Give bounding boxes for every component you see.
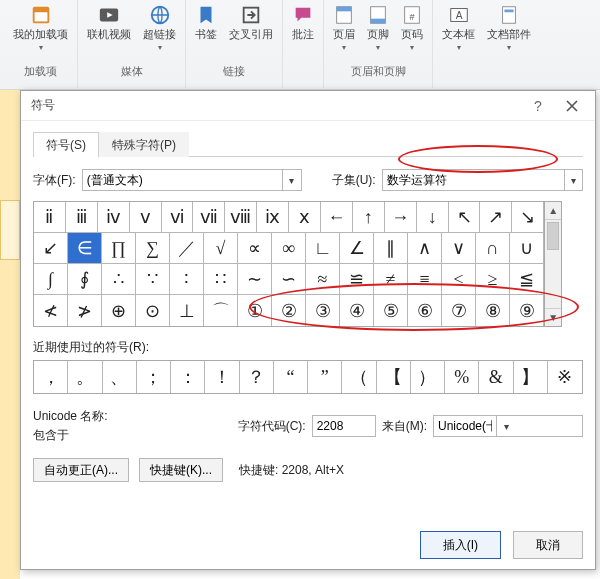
from-input[interactable]	[434, 419, 496, 433]
symbol-cell[interactable]: ∨	[442, 233, 476, 264]
font-combo[interactable]: ▾	[82, 169, 302, 191]
symbol-cell[interactable]: ≦	[510, 264, 544, 295]
ribbon-hyperlink[interactable]: 超链接 ▾	[140, 2, 179, 56]
symbol-cell[interactable]: ↖	[449, 202, 481, 233]
symbol-cell[interactable]: ↑	[353, 202, 385, 233]
chevron-down-icon[interactable]: ▾	[282, 170, 300, 190]
symbol-cell[interactable]: ③	[306, 295, 340, 326]
symbol-cell[interactable]: ←	[321, 202, 353, 233]
symbol-cell[interactable]: ∏	[102, 233, 136, 264]
symbol-cell[interactable]: ∈	[68, 233, 102, 264]
symbol-cell[interactable]: ↘	[512, 202, 544, 233]
symbol-cell[interactable]: ⅴ	[130, 202, 162, 233]
chevron-down-icon[interactable]: ▾	[496, 416, 516, 436]
dialog-close-button[interactable]	[555, 93, 589, 119]
tab-special-chars[interactable]: 特殊字符(P)	[99, 132, 189, 157]
symbol-cell[interactable]: ∝	[238, 233, 272, 264]
symbol-cell[interactable]: ≥	[476, 264, 510, 295]
symbol-cell[interactable]: ≌	[340, 264, 374, 295]
ribbon-textbox[interactable]: A 文本框▾	[439, 2, 478, 56]
symbol-cell[interactable]: ≤	[442, 264, 476, 295]
subset-input[interactable]	[383, 173, 564, 187]
symbol-cell[interactable]: ∼	[238, 264, 272, 295]
symbol-cell[interactable]: ⌒	[204, 295, 238, 326]
symbol-cell[interactable]: →	[385, 202, 417, 233]
symbol-cell[interactable]: ∶	[170, 264, 204, 295]
ribbon-my-addins[interactable]: 我的加载项 ▾	[10, 2, 71, 56]
recent-symbol-cell[interactable]: %	[445, 361, 479, 393]
char-code-input[interactable]	[313, 419, 375, 433]
symbol-cell[interactable]: ≈	[306, 264, 340, 295]
ribbon-docparts[interactable]: 文档部件▾	[484, 2, 534, 56]
symbol-cell[interactable]: ↗	[480, 202, 512, 233]
symbol-cell[interactable]: ↓	[417, 202, 449, 233]
symbol-cell[interactable]: ↙	[34, 233, 68, 264]
symbol-cell[interactable]: ∩	[476, 233, 510, 264]
symbol-cell[interactable]: ≠	[374, 264, 408, 295]
symbol-cell[interactable]: ∽	[272, 264, 306, 295]
symbol-cell[interactable]: ∫	[34, 264, 68, 295]
symbol-cell[interactable]: ∞	[272, 233, 306, 264]
tab-symbols[interactable]: 符号(S)	[33, 132, 99, 157]
symbol-cell[interactable]: ≯	[68, 295, 102, 326]
symbol-cell[interactable]: ⅵ	[162, 202, 194, 233]
symbol-cell[interactable]: ②	[272, 295, 306, 326]
recent-symbol-cell[interactable]: 【	[377, 361, 411, 393]
symbol-cell[interactable]: ⅷ	[225, 202, 257, 233]
symbol-cell[interactable]: ∮	[68, 264, 102, 295]
ribbon-crossref[interactable]: 交叉引用	[226, 2, 276, 42]
symbol-cell[interactable]: ⅸ	[257, 202, 289, 233]
symbol-cell[interactable]: ∑	[136, 233, 170, 264]
symbol-cell[interactable]: ≡	[408, 264, 442, 295]
symbol-cell[interactable]: ⅶ	[193, 202, 225, 233]
symbol-cell[interactable]: ⑨	[510, 295, 544, 326]
symbol-cell[interactable]: ∵	[136, 264, 170, 295]
recent-symbol-cell[interactable]: ：	[171, 361, 205, 393]
char-code-field[interactable]	[312, 415, 376, 437]
recent-symbol-cell[interactable]: 、	[103, 361, 137, 393]
ribbon-pagenum[interactable]: # 页码▾	[398, 2, 426, 56]
symbol-cell[interactable]: ⅲ	[66, 202, 98, 233]
symbol-cell[interactable]: ∧	[408, 233, 442, 264]
symbol-cell[interactable]: ⊕	[102, 295, 136, 326]
symbol-cell[interactable]: ∴	[102, 264, 136, 295]
recent-symbol-cell[interactable]: ※	[548, 361, 582, 393]
ribbon-bookmark[interactable]: 书签	[192, 2, 220, 42]
symbol-cell[interactable]: ⅳ	[98, 202, 130, 233]
autocorrect-button[interactable]: 自动更正(A)...	[33, 458, 129, 482]
subset-combo[interactable]: ▾	[382, 169, 583, 191]
grid-scrollbar[interactable]: ▲ ▼	[544, 201, 562, 327]
ribbon-comment[interactable]: 批注	[289, 2, 317, 42]
recent-symbol-cell[interactable]: ，	[34, 361, 68, 393]
recent-symbol-cell[interactable]: “	[274, 361, 308, 393]
dialog-titlebar[interactable]: 符号 ?	[21, 91, 595, 121]
scroll-up-icon[interactable]: ▲	[545, 202, 561, 220]
from-combo[interactable]: ▾	[433, 415, 583, 437]
symbol-cell[interactable]: ①	[238, 295, 272, 326]
symbol-cell[interactable]: ／	[170, 233, 204, 264]
recent-symbol-cell[interactable]: ”	[308, 361, 342, 393]
symbol-cell[interactable]: ⑦	[442, 295, 476, 326]
symbol-cell[interactable]: ∪	[510, 233, 544, 264]
scroll-track[interactable]	[545, 252, 561, 308]
recent-symbol-cell[interactable]: ；	[137, 361, 171, 393]
ribbon-online-video[interactable]: 联机视频	[84, 2, 134, 42]
symbol-cell[interactable]: ∷	[204, 264, 238, 295]
symbol-cell[interactable]: ≮	[34, 295, 68, 326]
symbol-cell[interactable]: ∥	[374, 233, 408, 264]
recent-symbol-cell[interactable]: ！	[205, 361, 239, 393]
chevron-down-icon[interactable]: ▾	[564, 170, 582, 190]
symbol-cell[interactable]: ⅹ	[289, 202, 321, 233]
recent-symbol-cell[interactable]: &	[479, 361, 513, 393]
recent-symbol-cell[interactable]: 】	[514, 361, 548, 393]
recent-symbol-cell[interactable]: ）	[411, 361, 445, 393]
shortcut-key-button[interactable]: 快捷键(K)...	[139, 458, 223, 482]
recent-symbol-cell[interactable]: （	[342, 361, 376, 393]
insert-button[interactable]: 插入(I)	[420, 531, 501, 559]
cancel-button[interactable]: 取消	[513, 531, 583, 559]
symbol-cell[interactable]: ∠	[340, 233, 374, 264]
dialog-help-button[interactable]: ?	[521, 93, 555, 119]
recent-symbol-cell[interactable]: ？	[240, 361, 274, 393]
symbol-cell[interactable]: ∟	[306, 233, 340, 264]
symbol-cell[interactable]: ⑥	[408, 295, 442, 326]
